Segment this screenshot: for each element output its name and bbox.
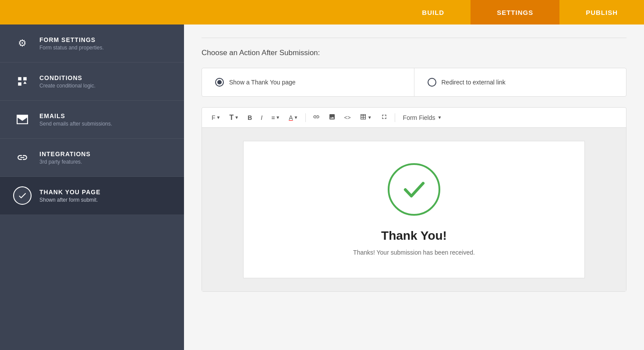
font-size-chevron-icon: ▼ xyxy=(234,115,239,120)
sidebar-item-form-settings[interactable]: ⚙ FORM SETTINGS Form status and properti… xyxy=(0,24,184,63)
toolbar-align-button[interactable]: ≡ ▼ xyxy=(268,112,283,123)
radio-option-redirect[interactable]: Redirect to external link xyxy=(414,68,626,96)
main-layout: ⚙ FORM SETTINGS Form status and properti… xyxy=(0,24,644,350)
editor-content: Thank You! Thanks! Your submission has b… xyxy=(202,128,626,291)
thank-you-subtitle: Thanks! Your submission has been receive… xyxy=(353,249,475,256)
image-icon xyxy=(329,113,336,122)
radio-option-thank-you[interactable]: Show a Thank You page xyxy=(202,68,414,96)
toolbar-table-button[interactable]: ▼ xyxy=(356,111,375,124)
color-icon: A xyxy=(289,114,293,121)
tab-publish[interactable]: PUBLISH xyxy=(559,0,644,24)
thank-you-title: Thank You! xyxy=(381,229,447,243)
editor-toolbar: F ▼ T ▼ B I ≡ ▼ A xyxy=(202,108,626,128)
sidebar-sub-integrations: 3rd party features. xyxy=(39,159,91,165)
content-area: Choose an Action After Submission: Show … xyxy=(184,24,644,350)
section-divider xyxy=(202,38,626,38)
conditions-icon xyxy=(13,72,32,91)
toolbar-separator-2 xyxy=(395,113,395,122)
radio-label-thank-you: Show a Thank You page xyxy=(229,79,296,86)
sidebar-item-thank-you-page[interactable]: THANK YOU PAGE Shown after form submit. xyxy=(0,177,184,215)
sidebar-sub-conditions: Create conditional logic. xyxy=(39,83,96,89)
tab-settings[interactable]: SETTINGS xyxy=(471,0,559,24)
checkmark-icon xyxy=(13,186,32,205)
form-fields-label: Form Fields xyxy=(403,114,435,121)
toolbar-image-button[interactable] xyxy=(325,111,339,124)
top-navigation: BUILD SETTINGS PUBLISH xyxy=(0,0,644,24)
table-icon xyxy=(360,113,367,122)
sidebar-title-conditions: CONDITIONS xyxy=(39,74,96,81)
action-label: Choose an Action After Submission: xyxy=(202,49,626,57)
toolbar-link-button[interactable] xyxy=(309,111,323,124)
expand-icon xyxy=(381,113,388,122)
link-icon xyxy=(313,113,320,122)
checkmark-circle xyxy=(388,163,440,216)
sidebar-sub-thank-you-page: Shown after form submit. xyxy=(39,197,101,203)
nav-tabs: BUILD SETTINGS PUBLISH xyxy=(396,0,644,24)
sidebar-title-emails: EMAILS xyxy=(39,112,112,119)
italic-icon: I xyxy=(261,114,262,121)
align-chevron-icon: ▼ xyxy=(276,115,280,120)
sidebar-title-integrations: INTEGRATIONS xyxy=(39,150,91,158)
bold-icon: B xyxy=(248,114,252,121)
toolbar-code-button[interactable]: <> xyxy=(341,112,354,123)
sidebar-item-emails[interactable]: EMAILS Send emails after submissions. xyxy=(0,101,184,139)
toolbar-separator-1 xyxy=(305,113,306,122)
font-label: F xyxy=(212,114,216,121)
sidebar-item-integrations[interactable]: INTEGRATIONS 3rd party features. xyxy=(0,139,184,177)
tab-build[interactable]: BUILD xyxy=(396,0,471,24)
sidebar-sub-emails: Send emails after submissions. xyxy=(39,121,112,127)
toolbar-expand-button[interactable] xyxy=(377,111,391,124)
sidebar-title-thank-you-page: THANK YOU PAGE xyxy=(39,189,101,196)
email-icon xyxy=(13,110,32,129)
table-chevron-icon: ▼ xyxy=(368,115,372,120)
sidebar-title-form-settings: FORM SETTINGS xyxy=(39,36,104,43)
code-icon: <> xyxy=(344,114,351,121)
radio-label-redirect: Redirect to external link xyxy=(442,79,506,86)
sidebar-sub-form-settings: Form status and properties. xyxy=(39,45,104,51)
toolbar-font-button[interactable]: F ▼ xyxy=(208,112,224,123)
toolbar-form-fields-button[interactable]: Form Fields ▼ xyxy=(399,112,446,123)
font-chevron-icon: ▼ xyxy=(216,115,221,120)
toolbar-font-size-button[interactable]: T ▼ xyxy=(226,112,242,124)
toolbar-bold-button[interactable]: B xyxy=(244,112,255,123)
radio-circle-redirect xyxy=(428,78,436,87)
font-size-label: T xyxy=(229,114,234,122)
color-chevron-icon: ▼ xyxy=(294,115,298,120)
radio-circle-thank-you xyxy=(215,78,224,87)
integrations-icon xyxy=(13,148,32,167)
gear-icon: ⚙ xyxy=(13,34,32,52)
sidebar: ⚙ FORM SETTINGS Form status and properti… xyxy=(0,24,184,350)
form-fields-chevron-icon: ▼ xyxy=(438,115,442,120)
align-icon: ≡ xyxy=(271,114,275,121)
checkmark-svg xyxy=(400,175,428,204)
sidebar-item-conditions[interactable]: CONDITIONS Create conditional logic. xyxy=(0,63,184,101)
editor-inner: Thank You! Thanks! Your submission has b… xyxy=(243,141,585,278)
radio-options-box: Show a Thank You page Redirect to extern… xyxy=(202,68,626,97)
toolbar-italic-button[interactable]: I xyxy=(257,112,266,123)
toolbar-color-button[interactable]: A ▼ xyxy=(285,112,301,123)
editor-container: F ▼ T ▼ B I ≡ ▼ A xyxy=(202,107,626,292)
